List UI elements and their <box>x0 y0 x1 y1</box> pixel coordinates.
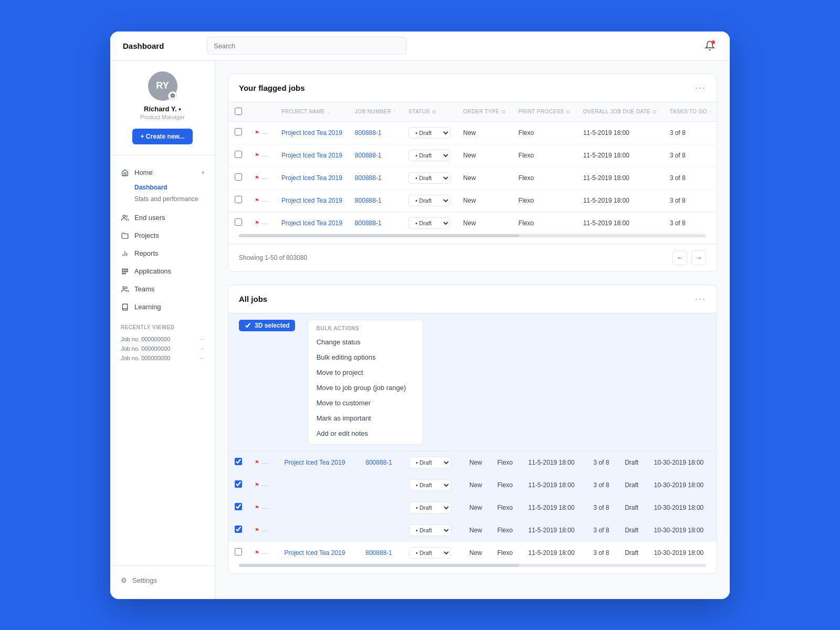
status-select[interactable]: • Draft • Active • Closed <box>409 547 451 559</box>
bulk-editing-options[interactable]: Bulk editing options <box>308 350 423 365</box>
flag-icon[interactable]: ⚑ <box>255 220 259 226</box>
row-checkbox[interactable] <box>235 526 242 533</box>
row-action-dash[interactable]: — <box>261 174 269 182</box>
row-action-dash[interactable]: — <box>261 458 269 467</box>
bulk-change-status[interactable]: Change status <box>308 334 423 350</box>
project-name-link[interactable]: Project Iced Tea 2019 <box>284 459 345 466</box>
all-jobs-menu[interactable]: ··· <box>695 293 706 304</box>
job-number-link[interactable]: 800888-1 <box>365 549 392 556</box>
project-name-link[interactable]: Project Iced Tea 2019 <box>284 549 345 556</box>
row-checkbox[interactable] <box>235 128 242 135</box>
prev-page-button[interactable]: ← <box>673 250 687 265</box>
job-number-link[interactable]: 800888-1 <box>355 219 382 227</box>
status-select[interactable]: • Draft • Active • Closed <box>409 457 451 468</box>
create-new-button[interactable]: + Create new... <box>132 129 193 144</box>
flag-icon[interactable]: ⚑ <box>255 527 259 533</box>
job-number-link[interactable]: 800888-1 <box>365 459 392 466</box>
search-input[interactable] <box>207 37 406 55</box>
status-select[interactable]: • Draft • Active • Closed <box>408 150 450 161</box>
row-action-dash[interactable]: — <box>261 526 269 534</box>
bulk-move-job-group[interactable]: Move to job group (job range) <box>308 380 423 395</box>
bulk-add-notes[interactable]: Add or edit notes <box>308 426 423 441</box>
row-checkbox[interactable] <box>235 173 242 181</box>
status-select[interactable]: • Draft • Active • Closed <box>408 127 450 139</box>
sidebar-bottom: ⚙ Settings <box>110 565 215 589</box>
due-date: 11-5-2019 18:00 <box>577 212 664 234</box>
row-checkbox[interactable] <box>235 196 242 203</box>
flag-icon[interactable]: ⚑ <box>255 130 259 135</box>
flagged-scroll-track[interactable] <box>239 234 706 237</box>
th-tasks[interactable]: TASKS TO GO ↑ <box>664 102 717 122</box>
select-all-flagged[interactable] <box>235 108 242 115</box>
flagged-jobs-title: Your flagged jobs <box>239 83 305 92</box>
all-jobs-scroll-track[interactable] <box>239 564 706 567</box>
status-select[interactable]: • Draft • Active • Closed <box>409 524 451 536</box>
sidebar-item-applications[interactable]: Applications <box>110 262 215 280</box>
sidebar-item-home[interactable]: Home ▾ <box>110 164 215 182</box>
bulk-select-checkbox[interactable] <box>244 322 251 329</box>
flag-icon[interactable]: ⚑ <box>255 152 259 158</box>
project-name-link[interactable]: Project Iced Tea 2019 <box>281 219 342 227</box>
avatar-settings-icon[interactable]: ⚙ <box>168 91 177 101</box>
th-order-type[interactable]: ORDER TYPE ⊟ <box>457 102 512 122</box>
sidebar-item-end-users[interactable]: End users <box>110 209 215 227</box>
sidebar-subitem-dashboard[interactable]: Dashboard <box>134 182 215 193</box>
row-action-dash[interactable]: — <box>261 481 269 489</box>
row-checkbox[interactable] <box>235 503 242 510</box>
project-name-link[interactable]: Project Iced Tea 2019 <box>281 197 342 204</box>
recent-item-3[interactable]: Job no. 000000000 → <box>121 353 204 363</box>
row-action-dash[interactable]: — <box>261 151 269 160</box>
row-action-dash[interactable]: — <box>261 196 269 205</box>
row-checkbox[interactable] <box>235 548 242 555</box>
row-action-dash[interactable]: — <box>261 503 269 512</box>
th-job-number[interactable]: JOB NUMBER ↑ <box>349 102 402 122</box>
recent-item-2[interactable]: Job no. 000000000 → <box>121 344 204 353</box>
sidebar-item-learning[interactable]: Learning <box>110 298 215 316</box>
flag-icon[interactable]: ⚑ <box>255 175 259 181</box>
flag-icon[interactable]: ⚑ <box>255 197 259 203</box>
sidebar-item-projects[interactable]: Projects <box>110 227 215 245</box>
status-select[interactable]: • Draft • Active • Closed <box>408 217 450 229</box>
flag-icon[interactable]: ⚑ <box>255 505 259 510</box>
status-select[interactable]: • Draft • Active • Closed <box>408 172 450 184</box>
project-name-link[interactable]: Project Iced Tea 2019 <box>281 129 342 136</box>
recent-item-1[interactable]: Job no. 000000000 → <box>121 334 204 344</box>
bulk-mark-important[interactable]: Mark as important <box>308 411 423 426</box>
th-print-process[interactable]: PRINT PROCESS ⊟ <box>512 102 577 122</box>
row-checkbox[interactable] <box>235 218 242 226</box>
job-number-link[interactable]: 800888-1 <box>355 197 382 204</box>
project-name-link[interactable]: Project Iced Tea 2019 <box>281 152 342 159</box>
status-select[interactable]: • Draft • Active • Closed <box>409 479 451 491</box>
row-action-dash[interactable]: — <box>261 549 269 557</box>
row-action-dash[interactable]: — <box>261 129 269 137</box>
flagged-jobs-menu[interactable]: ··· <box>695 82 706 93</box>
status-select[interactable]: • Draft • Active • Closed <box>409 502 451 513</box>
sidebar-item-reports[interactable]: Reports <box>110 245 215 262</box>
project-name-link[interactable]: Project Iced Tea 2019 <box>281 174 342 182</box>
settings-item[interactable]: ⚙ Settings <box>121 572 204 589</box>
row-checkbox[interactable] <box>235 480 242 488</box>
th-project-name[interactable]: PROJECT NAME ↓ <box>275 102 349 122</box>
job-number-link[interactable]: 800888-1 <box>355 174 382 182</box>
curr-status: Draft <box>618 496 647 519</box>
next-page-button[interactable]: → <box>691 250 706 265</box>
th-status[interactable]: STATUS ⊟ <box>402 102 457 122</box>
flag-icon[interactable]: ⚑ <box>255 459 259 465</box>
sidebar-item-teams[interactable]: Teams <box>110 280 215 298</box>
row-checkbox[interactable] <box>235 458 242 465</box>
flag-icon[interactable]: ⚑ <box>255 482 259 488</box>
sidebar-item-teams-label: Teams <box>134 285 154 293</box>
row-checkbox[interactable] <box>235 151 242 158</box>
row-action-dash[interactable]: — <box>261 219 269 227</box>
th-job-due[interactable]: OVERALL JOB DUE DATE ⊟ <box>577 102 664 122</box>
sidebar-subitem-stats[interactable]: Stats and performance <box>134 193 215 205</box>
job-number-link[interactable]: 800888-1 <box>355 129 382 136</box>
job-number-link[interactable]: 800888-1 <box>355 152 382 159</box>
status-select[interactable]: • Draft • Active • Closed <box>408 195 450 206</box>
notification-icon[interactable] <box>702 38 717 53</box>
sidebar-item-reports-label: Reports <box>134 249 159 257</box>
bulk-move-project[interactable]: Move to project <box>308 365 423 380</box>
flag-icon[interactable]: ⚑ <box>255 550 259 555</box>
bulk-move-customer[interactable]: Move to customer <box>308 395 423 411</box>
user-role: Product Manager <box>140 114 184 120</box>
